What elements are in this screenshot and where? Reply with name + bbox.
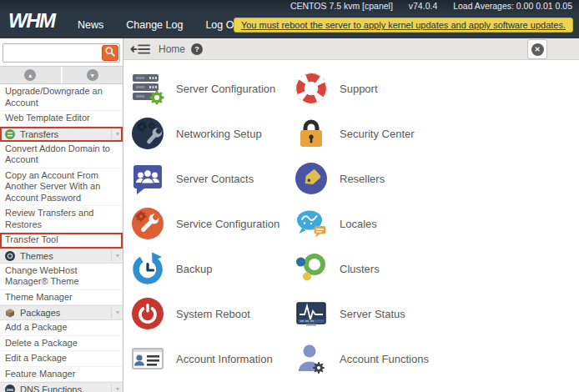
sidebar-section-label: DNS Functions (20, 384, 82, 392)
menu-item-server-status[interactable]: Server Status (293, 291, 579, 336)
clusters-icon (293, 250, 330, 287)
menu-item-networking-setup[interactable]: Networking Setup (129, 111, 293, 156)
main-panel: Home ? ✕ Server Configuration (123, 38, 579, 392)
menu-item-clusters[interactable]: Clusters (293, 246, 579, 291)
menu-item-label: System Reboot (176, 308, 250, 320)
scroll-up-icon: ▲ (24, 69, 36, 81)
menu-item-system-reboot[interactable]: System Reboot (129, 291, 293, 336)
menu-item-resellers[interactable]: Resellers (293, 156, 579, 201)
collapse-sidebar-icon[interactable] (130, 43, 150, 55)
sidebar-item-web-template-editor[interactable]: Web Template Editor (0, 111, 123, 127)
nav-news[interactable]: News (78, 19, 103, 31)
menu-item-support[interactable]: Support (293, 66, 579, 111)
chevron-down-icon[interactable]: ▾ (111, 308, 119, 318)
close-button[interactable]: ✕ (527, 39, 547, 59)
home-icon-grid: Server Configuration Support (123, 60, 579, 381)
server-status-icon (293, 295, 330, 332)
system-reboot-icon (129, 295, 166, 332)
chevron-down-icon[interactable]: ▾ (111, 384, 119, 392)
dns-functions-icon: DNS (5, 384, 15, 392)
menu-item-service-configuration[interactable]: Service Configuration (129, 201, 293, 246)
menu-item-security-center[interactable]: Security Center (293, 111, 579, 156)
sidebar-item-delete-a-package[interactable]: Delete a Package (0, 336, 123, 352)
menu-item-label: Server Contacts (176, 173, 254, 185)
menu-item-label: Server Status (340, 308, 405, 320)
sidebar-section-themes[interactable]: Themes ▾ (0, 249, 123, 264)
menu-item-server-contacts[interactable]: Server Contacts (129, 156, 293, 201)
menu-item-label: Account Functions (340, 353, 429, 365)
sidebar: ▲ ▼ Upgrade/Downgrade an Account Web Tem… (0, 38, 123, 392)
sidebar-item-transfer-tool[interactable]: Transfer Tool (0, 233, 123, 249)
search-icon (104, 46, 116, 61)
packages-icon (5, 308, 15, 318)
sidebar-item-copy-account-from-server[interactable]: Copy an Account From Another Server With… (0, 168, 123, 207)
reboot-warning-banner[interactable]: You must reboot the server to apply kern… (234, 18, 573, 33)
whm-logo[interactable]: WHM (8, 9, 54, 33)
nav-change-log[interactable]: Change Log (126, 19, 183, 31)
sidebar-section-label: Transfers (20, 129, 58, 139)
server-configuration-icon (129, 70, 166, 107)
account-functions-icon (293, 340, 330, 377)
help-icon[interactable]: ? (191, 43, 203, 55)
sidebar-section-transfers[interactable]: Transfers ▾ (0, 127, 123, 142)
networking-setup-icon (129, 115, 166, 152)
menu-item-server-configuration[interactable]: Server Configuration (129, 66, 293, 111)
close-icon: ✕ (531, 43, 544, 56)
menu-item-label: Server Configuration (176, 83, 275, 95)
menu-item-label: Backup (176, 263, 212, 275)
locales-icon (293, 205, 330, 242)
sidebar-section-dns-functions[interactable]: DNS DNS Functions ▾ (0, 382, 123, 392)
search-button[interactable] (102, 45, 118, 61)
sidebar-item-feature-manager[interactable]: Feature Manager (0, 367, 123, 383)
account-information-icon (129, 340, 166, 377)
sidebar-item-add-a-package[interactable]: Add a Package (0, 320, 123, 336)
scroll-down-button[interactable]: ▼ (61, 67, 123, 83)
sidebar-nav-list: Upgrade/Downgrade an Account Web Templat… (0, 84, 123, 392)
top-header-bar: CENTOS 7.5 kvm [cpanel] v74.0.4 Load Ave… (0, 0, 579, 38)
sidebar-item-upgrade-downgrade-account[interactable]: Upgrade/Downgrade an Account (0, 84, 123, 111)
scroll-down-icon: ▼ (87, 69, 98, 81)
menu-item-label: Clusters (340, 263, 380, 275)
sidebar-search-row (0, 38, 123, 66)
sidebar-item-convert-addon-domain[interactable]: Convert Addon Domain to Account (0, 142, 123, 168)
breadcrumb-bar: Home ? ✕ (123, 38, 579, 60)
sidebar-section-packages[interactable]: Packages ▾ (0, 305, 123, 320)
support-icon (293, 70, 330, 107)
status-load-averages: Load Averages: 0.00 0.01 0.05 (453, 1, 572, 11)
breadcrumb-home[interactable]: Home (159, 43, 185, 55)
server-contacts-icon (129, 160, 166, 197)
menu-item-label: Account Information (176, 353, 273, 365)
transfers-icon (5, 129, 15, 139)
resellers-icon (293, 160, 330, 197)
sidebar-item-edit-a-package[interactable]: Edit a Package (0, 351, 123, 367)
server-status-line: CENTOS 7.5 kvm [cpanel] v74.0.4 Load Ave… (277, 1, 572, 11)
chevron-down-icon[interactable]: ▾ (111, 251, 119, 261)
menu-item-account-functions[interactable]: Account Functions (293, 336, 579, 381)
sidebar-item-review-transfers-restores[interactable]: Review Transfers and Restores (0, 206, 123, 233)
menu-item-label: Locales (340, 218, 377, 230)
menu-item-label: Networking Setup (176, 128, 262, 140)
status-os: CENTOS 7.5 kvm [cpanel] (290, 1, 393, 11)
workspace: ▲ ▼ Upgrade/Downgrade an Account Web Tem… (0, 38, 579, 392)
svg-text:DNS: DNS (7, 389, 13, 392)
chevron-down-icon[interactable]: ▾ (111, 129, 119, 139)
menu-item-label: Security Center (340, 128, 415, 140)
security-center-icon (293, 115, 330, 152)
sidebar-section-label: Themes (20, 251, 53, 261)
sidebar-item-theme-manager[interactable]: Theme Manager (0, 290, 123, 306)
menu-item-label: Support (340, 83, 378, 95)
sidebar-scroll-buttons: ▲ ▼ (0, 66, 123, 84)
status-version: v74.0.4 (409, 1, 437, 11)
service-configuration-icon (129, 205, 166, 242)
menu-item-label: Resellers (340, 173, 385, 185)
sidebar-item-change-whm-theme[interactable]: Change WebHost Manager® Theme (0, 264, 123, 290)
themes-icon (5, 251, 15, 261)
sidebar-section-label: Packages (20, 308, 60, 318)
menu-item-account-information[interactable]: Account Information (129, 336, 293, 381)
menu-item-label: Service Configuration (176, 218, 279, 230)
menu-item-locales[interactable]: Locales (293, 201, 579, 246)
menu-item-backup[interactable]: Backup (129, 246, 293, 291)
backup-icon (129, 250, 166, 287)
scroll-up-button[interactable]: ▲ (0, 67, 61, 83)
